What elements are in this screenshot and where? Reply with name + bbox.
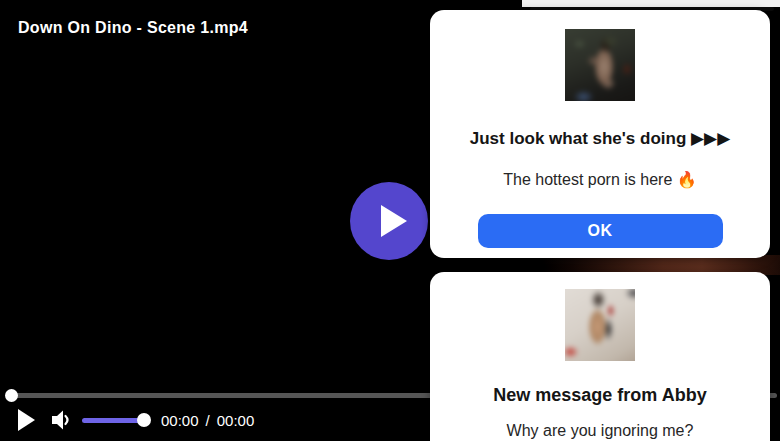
video-title: Down On Dino - Scene 1.mp4 bbox=[18, 19, 248, 37]
promo-thumbnail-image bbox=[565, 29, 635, 101]
play-button[interactable] bbox=[18, 409, 35, 431]
volume-thumb[interactable] bbox=[137, 413, 151, 427]
message-thumbnail-blur bbox=[565, 289, 635, 361]
message-thumbnail-image bbox=[565, 289, 635, 361]
speaker-low-volume-icon bbox=[50, 408, 74, 432]
volume-button[interactable] bbox=[50, 408, 74, 432]
current-time: 00:00 bbox=[161, 412, 199, 429]
big-play-button[interactable] bbox=[350, 182, 428, 260]
cutoff-card-edge bbox=[522, 0, 780, 7]
message-title: New message from Abby bbox=[493, 383, 706, 407]
volume-slider[interactable] bbox=[82, 418, 144, 423]
duration: 00:00 bbox=[217, 412, 255, 429]
promo-subtitle: The hottest porn is here 🔥 bbox=[503, 170, 696, 191]
popup-card-promo[interactable]: Just look what she's doing ▶▶▶ The hotte… bbox=[430, 10, 770, 258]
popup-card-message[interactable]: New message from Abby Why are you ignori… bbox=[430, 272, 770, 441]
seek-thumb[interactable] bbox=[5, 389, 18, 402]
promo-title: Just look what she's doing ▶▶▶ bbox=[470, 128, 731, 151]
play-icon bbox=[381, 205, 407, 237]
time-display: 00:00 / 00:00 bbox=[161, 412, 254, 429]
ok-button[interactable]: OK bbox=[478, 214, 723, 248]
message-subtitle: Why are you ignoring me? bbox=[507, 421, 694, 441]
time-separator: / bbox=[206, 412, 210, 429]
page: Down On Dino - Scene 1.mp4 00:00 / 00:00 bbox=[0, 0, 780, 441]
promo-thumbnail-blur bbox=[565, 29, 635, 101]
